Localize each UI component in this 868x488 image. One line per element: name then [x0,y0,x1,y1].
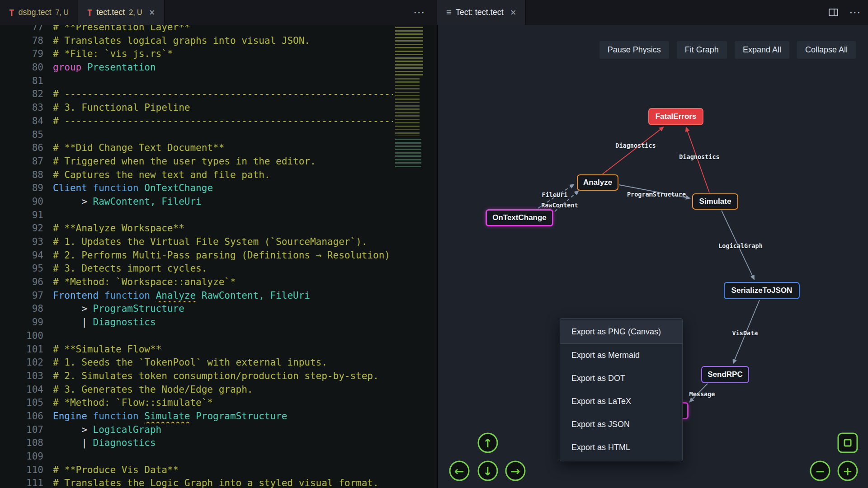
code-line[interactable] [53,209,427,222]
code-line[interactable]: > LogicalGraph [53,423,427,437]
graph-node-simulate[interactable]: Simulate [692,193,738,210]
pause-physics-button[interactable]: Pause Physics [599,41,669,59]
fit-view-icon [844,439,852,447]
zoom-out-icon: − [815,464,825,478]
code-line[interactable] [53,128,427,142]
code-line[interactable]: # --------------------------------------… [53,115,427,128]
line-number: 103 [0,370,43,383]
line-number: 88 [0,169,43,182]
code-line[interactable]: # 2. Performs Multi-Pass parsing (Defini… [53,249,427,263]
graph-node-on-text-change[interactable]: OnTextChange [486,209,553,226]
menu-item-export-as-html[interactable]: Export as HTML [560,436,682,459]
graph-panel[interactable]: Pause PhysicsFit GraphExpand AllCollapse… [437,25,868,488]
line-number: 110 [0,464,43,477]
line-number: 91 [0,209,43,222]
line-number: 94 [0,249,43,263]
code-line[interactable]: Frontend function Analyze RawContent, Fi… [53,289,427,303]
code-line[interactable]: # *File: `vis_js.rs`* [53,47,427,61]
code-line[interactable]: | Diagnostics [53,436,427,450]
menu-item-export-as-latex[interactable]: Export as LaTeX [560,390,682,413]
edge-label: Message [689,390,715,398]
tab-tect.tect[interactable]: Ttect.tect2, U× [78,0,165,25]
code-line[interactable]: # --------------------------------------… [53,88,427,101]
code-line[interactable]: > ProgramStructure [53,302,427,316]
line-number: 79 [0,47,43,61]
code-line[interactable]: # **Presentation Layer** [53,25,427,34]
line-number: 99 [0,316,43,329]
menu-item-export-as-png-canvas-[interactable]: Export as PNG (Canvas) [560,320,682,343]
edge-label: Diagnostics [679,153,719,160]
tab-decorations: 2, U [129,9,142,17]
code-line[interactable]: # *Method: `Workspace::analyze`* [53,276,427,289]
code-line[interactable]: # **Did Change Text Document** [53,141,427,155]
vscode-window: Tdsbg.tect7, UTtect.tect2, U× ⋯ ≡ Tect: … [0,0,868,488]
code-line[interactable] [53,450,427,464]
tab-dsbg.tect[interactable]: Tdsbg.tect7, U [0,0,78,25]
code-lines: # **Presentation Layer**# Translates log… [53,25,427,488]
pan-left-button[interactable]: ← [449,461,470,481]
line-number: 81 [0,75,43,88]
code-line[interactable]: # 2. Simulates token consumption/product… [53,370,427,383]
line-number: 89 [0,182,43,195]
tab-tect-preview[interactable]: ≡ Tect: tect.tect × [437,0,526,25]
code-line[interactable]: # Translates the Logic Graph into a styl… [53,477,427,488]
left-tab-group: Tdsbg.tect7, UTtect.tect2, U× [0,0,165,25]
code-editor[interactable]: 7778798081828384858687888990919293949596… [0,25,429,488]
close-tab-icon[interactable]: × [149,7,155,19]
code-line[interactable]: # *Method: `Flow::simulate`* [53,396,427,410]
graph-node-analyze[interactable]: Analyze [577,174,618,191]
code-line[interactable]: group Presentation [53,61,427,75]
pan-up-button[interactable]: ↑ [478,433,498,453]
code-line[interactable]: # 3. Functional Pipeline [53,101,427,115]
code-line[interactable]: # 3. Detects import cycles. [53,262,427,276]
edge-label: ProgramStructure [627,191,686,198]
code-line[interactable]: Client function OnTextChange [53,182,427,195]
menu-item-export-as-mermaid[interactable]: Export as Mermaid [560,344,682,367]
editor-more-actions-icon[interactable]: ⋯ [849,5,861,19]
minimap[interactable] [393,25,427,488]
code-line[interactable]: # 1. Updates the Virtual File System (`S… [53,235,427,249]
code-line[interactable]: # Translates logical graphs into visual … [53,34,427,48]
line-number: 96 [0,276,43,289]
zoom-in-button[interactable]: + [838,461,858,481]
code-line[interactable]: # Triggered when the user types in the e… [53,155,427,169]
left-tabbar-more-icon[interactable]: ⋯ [409,0,429,25]
right-tab-group: ≡ Tect: tect.tect × [437,0,868,25]
menu-item-export-as-json[interactable]: Export as JSON [560,413,682,436]
line-number: 100 [0,329,43,343]
code-line[interactable]: # **Produce Vis Data** [53,464,427,477]
fit-view-button[interactable] [838,433,858,453]
code-line[interactable]: # **Simulate Flow** [53,343,427,357]
line-number: 77 [0,25,43,34]
pan-down-icon: ↓ [483,464,493,478]
preview-tab-label: Tect: tect.tect [456,8,504,17]
code-line[interactable]: # 3. Generates the Node/Edge graph. [53,383,427,397]
menu-item-export-as-dot[interactable]: Export as DOT [560,367,682,390]
code-line[interactable] [53,75,427,88]
collapse-all-button[interactable]: Collapse All [797,41,856,59]
code-line[interactable]: # **Analyze Workspace** [53,222,427,235]
close-tab-icon[interactable]: × [510,7,516,19]
line-number: 108 [0,436,43,450]
fit-graph-button[interactable]: Fit Graph [677,41,727,59]
code-line[interactable]: | Diagnostics [53,316,427,329]
code-line[interactable]: # 1. Seeds the `TokenPool` with external… [53,356,427,370]
code-line[interactable] [53,329,427,343]
pan-right-button[interactable]: → [505,461,526,481]
pan-down-button[interactable]: ↓ [478,461,498,481]
expand-all-button[interactable]: Expand All [735,41,789,59]
split-editor-icon[interactable] [829,9,838,16]
line-number: 80 [0,61,43,75]
pan-right-icon: → [510,464,520,478]
code-line[interactable]: # Captures the new text and file path. [53,169,427,182]
edge-label: VisData [732,329,758,337]
graph-node-serialize-to-json[interactable]: SerializeToJSON [724,282,800,299]
code-line[interactable]: Engine function Simulate ProgramStructur… [53,410,427,423]
tab-decorations: 7, U [56,9,69,17]
code-line[interactable]: > RawContent, FileUri [53,195,427,209]
zoom-in-icon: + [843,464,853,478]
zoom-out-button[interactable]: − [810,461,830,481]
graph-node-fatal-errors[interactable]: FatalErrors [648,108,703,125]
graph-node-send-rpc[interactable]: SendRPC [701,366,749,383]
line-number: 92 [0,222,43,235]
